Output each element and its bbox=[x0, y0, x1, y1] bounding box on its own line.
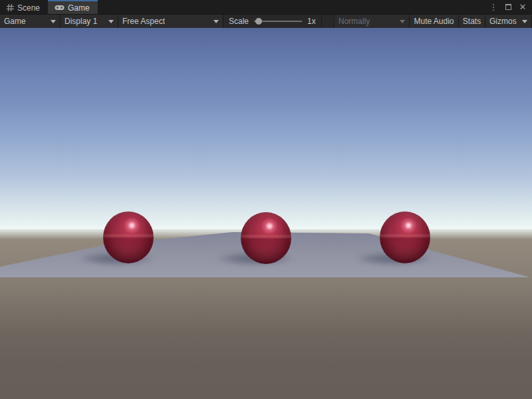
tab-scene[interactable]: Scene bbox=[0, 0, 48, 14]
tab-game-label: Game bbox=[68, 3, 90, 13]
game-view-toolbar: Game Display 1 Free Aspect Scale 1x Norm… bbox=[0, 14, 532, 28]
chevron-down-icon bbox=[213, 20, 219, 23]
maximize-icon[interactable] bbox=[503, 2, 513, 13]
scale-control: Scale 1x bbox=[223, 15, 322, 28]
scale-label: Scale bbox=[229, 17, 249, 26]
stats-button[interactable]: Stats bbox=[459, 15, 485, 28]
mute-audio-button[interactable]: Mute Audio bbox=[410, 15, 459, 28]
tab-scene-label: Scene bbox=[17, 3, 40, 13]
window-controls: ⋮ ✕ bbox=[488, 0, 532, 14]
chevron-down-icon bbox=[51, 20, 56, 23]
sky bbox=[0, 28, 532, 229]
grid-icon bbox=[7, 4, 14, 11]
scale-value: 1x bbox=[307, 17, 316, 26]
game-viewport[interactable] bbox=[0, 28, 532, 399]
stats-label: Stats bbox=[463, 17, 481, 26]
red-sphere-3 bbox=[380, 211, 430, 263]
unity-game-window: Scene Game ⋮ ✕ Game Display 1 bbox=[0, 0, 532, 399]
chevron-down-icon bbox=[400, 20, 405, 23]
more-menu-icon[interactable]: ⋮ bbox=[488, 2, 499, 13]
tab-strip: Scene Game ⋮ ✕ bbox=[0, 0, 532, 14]
red-sphere-1 bbox=[103, 211, 154, 263]
display-label: Display 1 bbox=[65, 17, 97, 26]
play-mode-dropdown[interactable]: Normally bbox=[334, 15, 410, 28]
chevron-down-icon bbox=[108, 20, 114, 23]
game-mode-dropdown[interactable]: Game bbox=[0, 15, 61, 28]
gizmos-dropdown[interactable]: Gizmos bbox=[485, 15, 532, 28]
aspect-label: Free Aspect bbox=[122, 17, 165, 26]
gizmos-label: Gizmos bbox=[489, 17, 517, 26]
scale-slider[interactable] bbox=[254, 17, 302, 26]
chevron-down-icon bbox=[522, 20, 527, 23]
mute-audio-label: Mute Audio bbox=[414, 17, 454, 26]
close-icon[interactable]: ✕ bbox=[517, 2, 528, 13]
aspect-ratio-dropdown[interactable]: Free Aspect bbox=[118, 15, 223, 28]
gamepad-icon bbox=[55, 5, 65, 11]
red-sphere-2 bbox=[241, 212, 291, 264]
display-dropdown[interactable]: Display 1 bbox=[61, 15, 118, 28]
play-mode-label: Normally bbox=[338, 17, 370, 26]
toolbar-spacer bbox=[322, 15, 334, 28]
scale-slider-knob[interactable] bbox=[255, 18, 262, 25]
game-mode-label: Game bbox=[4, 17, 26, 26]
tab-game[interactable]: Game bbox=[48, 0, 98, 14]
